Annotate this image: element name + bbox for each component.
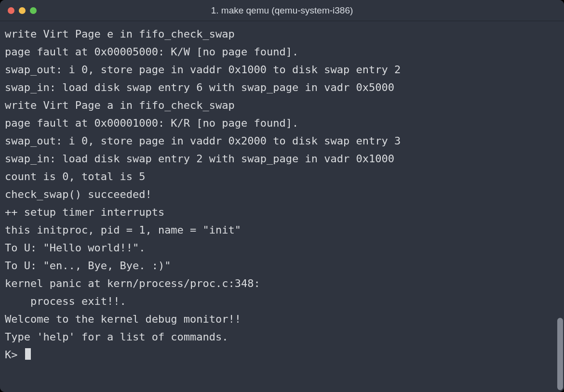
terminal-line: write Virt Page a in fifo_check_swap [5, 96, 559, 114]
terminal-prompt-line[interactable]: K> [5, 346, 559, 364]
terminal-line: swap_in: load disk swap entry 2 with swa… [5, 150, 559, 168]
scrollbar-thumb[interactable] [557, 318, 563, 390]
terminal-line: page fault at 0x00005000: K/W [no page f… [5, 43, 559, 61]
cursor-icon [25, 348, 31, 360]
zoom-icon[interactable] [30, 7, 37, 14]
terminal-line: check_swap() succeeded! [5, 185, 559, 203]
terminal-line: To U: "en.., Bye, Bye. :)" [5, 257, 559, 274]
terminal-line: swap_out: i 0, store page in vaddr 0x100… [5, 61, 559, 78]
terminal-line: kernel panic at kern/process/proc.c:348: [5, 274, 559, 292]
terminal-area: write Virt Page e in fifo_check_swappage… [0, 21, 564, 392]
close-icon[interactable] [8, 7, 14, 14]
scrollbar-track[interactable] [557, 21, 563, 392]
window-title: 1. make qemu (qemu-system-i386) [211, 5, 353, 16]
terminal-output[interactable]: write Virt Page e in fifo_check_swappage… [0, 21, 564, 392]
terminal-line: swap_in: load disk swap entry 6 with swa… [5, 78, 559, 96]
terminal-line: count is 0, total is 5 [5, 168, 559, 185]
titlebar[interactable]: 1. make qemu (qemu-system-i386) [0, 0, 564, 21]
terminal-window: 1. make qemu (qemu-system-i386) write Vi… [0, 0, 564, 392]
terminal-prompt: K> [5, 349, 24, 361]
minimize-icon[interactable] [19, 7, 26, 14]
traffic-lights [8, 7, 37, 14]
terminal-line: Welcome to the kernel debug monitor!! [5, 310, 559, 328]
terminal-line: process exit!!. [5, 292, 559, 310]
terminal-line: page fault at 0x00001000: K/R [no page f… [5, 114, 559, 132]
terminal-line: To U: "Hello world!!". [5, 239, 559, 257]
terminal-line: this initproc, pid = 1, name = "init" [5, 221, 559, 239]
terminal-line: Type 'help' for a list of commands. [5, 328, 559, 346]
terminal-line: swap_out: i 0, store page in vaddr 0x200… [5, 132, 559, 150]
terminal-line: write Virt Page e in fifo_check_swap [5, 25, 559, 43]
terminal-line: ++ setup timer interrupts [5, 203, 559, 221]
